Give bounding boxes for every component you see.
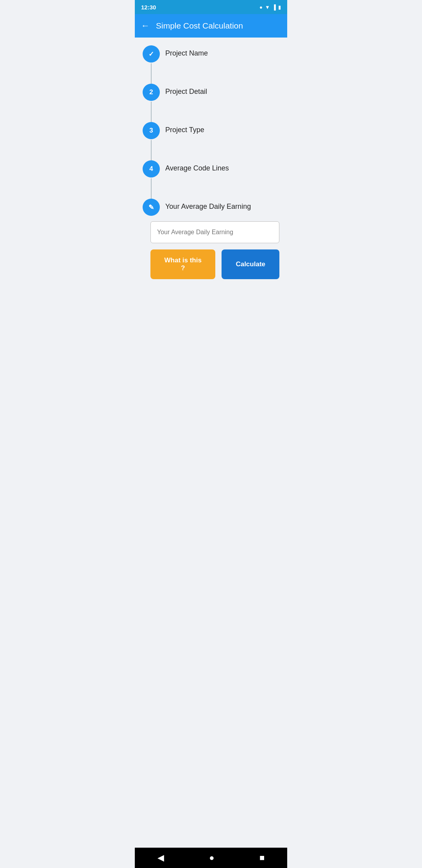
step-number-2: 2 <box>149 88 153 96</box>
battery-icon: ▮ <box>278 4 281 10</box>
status-icons: ● ▼ ▐ ▮ <box>259 4 281 10</box>
status-bar: 12:30 ● ▼ ▐ ▮ <box>135 0 287 14</box>
step-project-name: ✓ Project Name <box>143 45 279 84</box>
app-title: Simple Cost Calculation <box>156 21 243 30</box>
step-left-project-name: ✓ <box>143 45 160 84</box>
step-left-daily-earning: ✎ <box>143 199 160 216</box>
step-connector-3 <box>151 140 152 160</box>
step-label-daily-earning: Your Average Daily Earning <box>165 199 251 211</box>
step-label-project-detail: Project Detail <box>165 84 207 96</box>
app-bar: ← Simple Cost Calculation <box>135 14 287 38</box>
daily-earning-input[interactable] <box>150 221 279 243</box>
step-circle-average-code-lines: 4 <box>143 160 160 178</box>
step-label-average-code-lines: Average Code Lines <box>165 160 229 172</box>
what-is-this-button[interactable]: What is this ? <box>150 249 215 279</box>
step-circle-project-name: ✓ <box>143 45 160 63</box>
step-number-3: 3 <box>149 127 153 135</box>
step-circle-project-type: 3 <box>143 122 160 139</box>
step-label-project-type: Project Type <box>165 122 204 134</box>
status-time: 12:30 <box>141 4 156 11</box>
step-left-average-code-lines: 4 <box>143 160 160 199</box>
back-button[interactable]: ← <box>141 21 150 31</box>
step-circle-project-detail: 2 <box>143 84 160 101</box>
action-buttons: What is this ? Calculate <box>143 249 279 279</box>
step-label-project-name: Project Name <box>165 45 208 57</box>
step-connector-4 <box>151 178 152 199</box>
step-daily-earning: ✎ Your Average Daily Earning <box>143 199 279 216</box>
step-average-code-lines: 4 Average Code Lines <box>143 160 279 199</box>
step-number-4: 4 <box>149 165 153 173</box>
step-project-detail: 2 Project Detail <box>143 84 279 122</box>
step-connector-2 <box>151 102 152 122</box>
step-project-type: 3 Project Type <box>143 122 279 160</box>
content-area: ✓ Project Name 2 Project Detail 3 Projec… <box>135 38 287 287</box>
daily-earning-input-area <box>143 221 279 243</box>
step-left-project-detail: 2 <box>143 84 160 122</box>
checkmark-icon: ✓ <box>148 50 154 58</box>
edit-icon: ✎ <box>148 203 154 212</box>
signal-bars-icon: ▐ <box>272 4 276 10</box>
wifi-icon: ▼ <box>265 4 270 10</box>
calculate-button[interactable]: Calculate <box>222 249 279 279</box>
signal-icon: ● <box>259 4 263 10</box>
step-circle-daily-earning: ✎ <box>143 199 160 216</box>
step-left-project-type: 3 <box>143 122 160 160</box>
step-connector-1 <box>151 63 152 84</box>
